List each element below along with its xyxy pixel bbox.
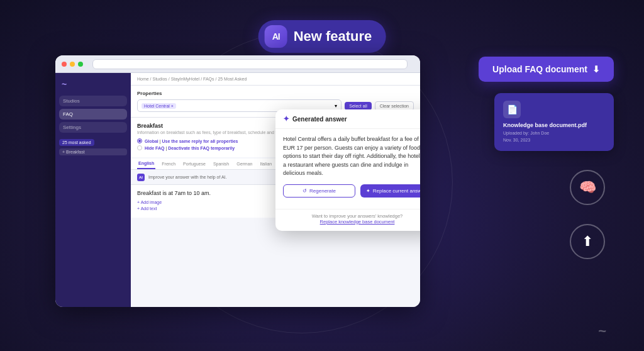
properties-select-tag: Hotel Central × xyxy=(142,103,176,109)
replace-label: Replace current answer xyxy=(373,188,420,194)
popup-body: ⧉ Hotel Central offers a daily buffet br… xyxy=(275,129,420,209)
radio-hide-label: Hide FAQ | Deactivate this FAQ temporari… xyxy=(145,146,235,150)
sidebar-item-faq[interactable]: FAQ xyxy=(59,109,127,120)
replace-kb-link[interactable]: Replace knowledge base document xyxy=(320,219,395,225)
select-all-button[interactable]: Select all xyxy=(345,102,371,110)
regenerate-label: Regenerate xyxy=(309,188,336,194)
upload-faq-label: Upload FAQ document xyxy=(492,64,587,74)
radio-global-dot[interactable] xyxy=(137,138,142,143)
upload-faq-icon: ⬇ xyxy=(592,64,600,74)
sidebar-tag-most-asked-label: 25 most asked xyxy=(62,140,91,145)
ai-badge-icon: AI xyxy=(265,25,287,48)
app-card: ~ Studios FAQ Settings 25 most asked + B… xyxy=(55,55,420,307)
tab-spanish[interactable]: Spanish xyxy=(212,159,230,169)
popup-footer-text: Want to improve your answers' knowledge? xyxy=(312,213,403,219)
kb-card-title: Knowledge base document.pdf xyxy=(503,122,605,128)
dot-red xyxy=(62,62,67,67)
replace-icon: ✦ xyxy=(366,188,370,194)
app-topbar xyxy=(55,55,420,73)
sidebar-tag-breakfast[interactable]: + Breakfast xyxy=(59,148,127,155)
regenerate-icon: ↺ xyxy=(303,188,307,194)
dot-green xyxy=(78,62,83,67)
radio-global-label: Global | Use the same reply for all prop… xyxy=(145,139,238,143)
sidebar-item-studios[interactable]: Studios xyxy=(59,96,127,106)
tab-german[interactable]: German xyxy=(235,159,253,169)
dot-yellow xyxy=(70,62,75,67)
kb-card-uploaded-by: Uploaded by: John Doe xyxy=(503,130,605,137)
tab-french[interactable]: French xyxy=(160,159,177,169)
tab-english[interactable]: English xyxy=(137,159,155,169)
app-topbar-search xyxy=(92,59,408,69)
tab-italian[interactable]: Italian xyxy=(258,159,273,169)
popup-header: ✦ Generated answer × xyxy=(275,109,420,129)
app-sidebar: ~ Studios FAQ Settings 25 most asked + B… xyxy=(55,73,131,307)
bottom-logo: ~ xyxy=(598,323,606,340)
ai-improve-icon: AI xyxy=(137,174,145,181)
regenerate-button[interactable]: ↺ Regenerate xyxy=(283,184,355,198)
sidebar-tag-most-asked[interactable]: 25 most asked xyxy=(59,139,94,146)
radio-hide-dot[interactable] xyxy=(137,145,142,150)
ai-badge-label: New feature xyxy=(294,28,372,45)
brain-icon-circle: 🧠 xyxy=(570,170,605,205)
kb-card-date: Nov. 30, 2023 xyxy=(503,137,605,144)
upload-icon: ⬆ xyxy=(582,233,593,250)
generated-answer-popup: ✦ Generated answer × ⧉ Hotel Central off… xyxy=(275,109,420,231)
tab-portuguese[interactable]: Portuguese xyxy=(182,159,207,169)
popup-footer: Want to improve your answers' knowledge?… xyxy=(275,209,420,231)
popup-actions: ↺ Regenerate ✦ Replace current answer xyxy=(283,184,420,198)
properties-tag-value: Hotel Central xyxy=(144,104,170,108)
properties-tag-close[interactable]: × xyxy=(171,104,174,108)
kb-card: 📄 Knowledge base document.pdf Uploaded b… xyxy=(494,93,614,151)
app-layout: ~ Studios FAQ Settings 25 most asked + B… xyxy=(55,73,420,307)
brain-icon: 🧠 xyxy=(579,179,596,196)
ai-badge: AI New feature xyxy=(258,20,386,53)
popup-body-text: Hotel Central offers a daily buffet brea… xyxy=(283,135,420,178)
sidebar-item-settings[interactable]: Settings xyxy=(59,122,127,133)
sidebar-logo: ~ xyxy=(59,78,127,91)
upload-icon-circle: ⬆ xyxy=(570,224,605,259)
popup-title-text: Generated answer xyxy=(292,116,347,123)
upload-faq-button[interactable]: Upload FAQ document ⬇ xyxy=(479,57,614,82)
chevron-down-icon: ▾ xyxy=(335,103,337,109)
properties-title: Properties xyxy=(137,91,414,96)
app-main: Home / Studios / StayInMyHotel / FAQs / … xyxy=(131,73,420,307)
popup-title: ✦ Generated answer xyxy=(283,114,347,123)
replace-answer-button[interactable]: ✦ Replace current answer xyxy=(360,184,420,198)
breadcrumb: Home / Studios / StayInMyHotel / FAQs / … xyxy=(131,73,420,86)
kb-doc-icon: 📄 xyxy=(503,101,521,118)
